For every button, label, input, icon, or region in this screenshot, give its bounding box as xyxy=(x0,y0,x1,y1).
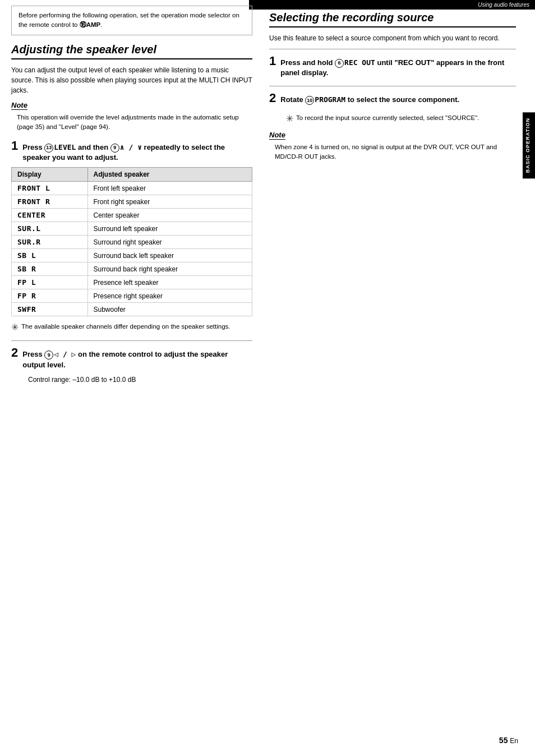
top-note-text: Before performing the following operatio… xyxy=(19,12,239,28)
table-cell-display: FRONT L xyxy=(12,182,88,195)
table-row: SWFRSubwoofer xyxy=(12,303,252,316)
table-cell-display: FP L xyxy=(12,276,88,289)
table-row: FRONT LFront left speaker xyxy=(12,182,252,195)
top-note-bold: ⑯AMP xyxy=(80,21,101,28)
step-2: 2 Press 9◁ / ▷ on the remote control to … xyxy=(11,347,252,384)
right-step-2: 2 Rotate 10PROGRAM to select the source … xyxy=(269,92,516,105)
table-cell-speaker: Front left speaker xyxy=(87,182,252,195)
circled-13: 13 xyxy=(44,144,53,153)
table-row: FP RPresence right speaker xyxy=(12,289,252,303)
table-cell-display: SWFR xyxy=(12,303,88,316)
step-1: 1 Press 13LEVEL and then 9∧ / ∨ repeated… xyxy=(11,140,252,333)
left-section-title: Adjusting the speaker level xyxy=(11,43,252,59)
section-header-text: Using audio features xyxy=(478,2,529,8)
table-col-speaker: Adjusted speaker xyxy=(87,168,252,182)
step-1-num: 1 xyxy=(11,140,18,152)
table-cell-display: FRONT R xyxy=(12,195,88,209)
circled-9a: 9 xyxy=(110,144,119,153)
table-cell-speaker: Surround right speaker xyxy=(87,236,252,249)
table-cell-display: FP R xyxy=(12,289,88,303)
lr-symbol: ◁ / ▷ xyxy=(54,350,76,358)
left-section-desc: You can adjust the output level of each … xyxy=(11,65,252,95)
note-content: This operation will override the level a… xyxy=(11,113,252,132)
table-cell-speaker: Surround left speaker xyxy=(87,222,252,236)
tip-text-1: The available speaker channels differ de… xyxy=(21,322,230,331)
right-note-content: When zone 4 is turned on, no signal is o… xyxy=(269,142,516,162)
table-cell-display: SUR.R xyxy=(12,236,88,249)
right-step-2-text: Rotate 10PROGRAM to select the source co… xyxy=(280,95,459,105)
table-col-display: Display xyxy=(12,168,88,182)
note-block: Note This operation will override the le… xyxy=(11,101,252,132)
table-cell-speaker: Center speaker xyxy=(87,209,252,222)
right-column: Selecting the recording source Use this … xyxy=(269,11,516,169)
page-num: 55 xyxy=(499,736,508,745)
right-section-title: Selecting the recording source xyxy=(269,11,516,27)
sidebar-label: BASIC OPERATION xyxy=(525,118,531,173)
right-section-desc: Use this feature to select a source comp… xyxy=(269,33,516,43)
level-kbd: LEVEL xyxy=(54,143,76,151)
speaker-table-body: FRONT LFront left speakerFRONT RFront ri… xyxy=(12,182,252,316)
page-en: En xyxy=(510,737,518,745)
table-cell-speaker: Surround back left speaker xyxy=(87,249,252,262)
table-cell-speaker: Presence right speaker xyxy=(87,289,252,303)
table-cell-speaker: Front right speaker xyxy=(87,195,252,209)
divider-1 xyxy=(11,340,252,341)
right-step-2-header: 2 Rotate 10PROGRAM to select the source … xyxy=(269,92,516,105)
right-step-1: 1 Press and hold 6REC OUT until "REC OUT… xyxy=(269,55,516,78)
table-cell-display: SB R xyxy=(12,262,88,276)
tip-icon-right: ✳ xyxy=(286,113,293,124)
table-cell-speaker: Surround back right speaker xyxy=(87,262,252,276)
table-row: CENTERCenter speaker xyxy=(12,209,252,222)
divider-right-2 xyxy=(269,86,516,86)
top-note-end: . xyxy=(100,21,102,28)
left-column: Before performing the following operatio… xyxy=(11,6,252,393)
page-container: Using audio features BASIC OPERATION Bef… xyxy=(0,0,535,756)
program-kbd: PROGRAM xyxy=(315,95,345,104)
speaker-table: Display Adjusted speaker FRONT LFront le… xyxy=(11,167,252,316)
page-number: 55 En xyxy=(499,736,518,745)
table-cell-display: CENTER xyxy=(12,209,88,222)
right-step-1-text: Press and hold 6REC OUT until "REC OUT" … xyxy=(280,58,516,78)
table-cell-display: SUR.L xyxy=(12,222,88,236)
right-step-1-header: 1 Press and hold 6REC OUT until "REC OUT… xyxy=(269,55,516,78)
right-step-2-num: 2 xyxy=(269,92,276,104)
circled-9b: 9 xyxy=(44,351,53,359)
note-label: Note xyxy=(11,101,27,110)
tip-text-right: To record the input source currently sel… xyxy=(296,113,479,123)
right-note-block: Note When zone 4 is turned on, no signal… xyxy=(269,131,516,162)
circled-10: 10 xyxy=(305,96,314,105)
circled-6: 6 xyxy=(335,59,344,68)
step-1-header: 1 Press 13LEVEL and then 9∧ / ∨ repeated… xyxy=(11,140,252,163)
table-row: SB LSurround back left speaker xyxy=(12,249,252,262)
table-cell-display: SB L xyxy=(12,249,88,262)
right-note-label: Note xyxy=(269,131,285,140)
step-2-body: Control range: –10.0 dB to +10.0 dB xyxy=(28,375,252,385)
table-row: FRONT RFront right speaker xyxy=(12,195,252,209)
rec-out-kbd: REC OUT xyxy=(344,58,375,67)
table-row: SB RSurround back right speaker xyxy=(12,262,252,276)
table-cell-speaker: Subwoofer xyxy=(87,303,252,316)
step-2-text: Press 9◁ / ▷ on the remote control to ad… xyxy=(22,349,252,370)
table-row: SUR.LSurround left speaker xyxy=(12,222,252,236)
step-2-header: 2 Press 9◁ / ▷ on the remote control to … xyxy=(11,347,252,370)
arrow-symbol: ∧ / ∨ xyxy=(120,143,142,151)
tip-icon-1: ✳ xyxy=(11,322,19,333)
section-header: Using audio features xyxy=(249,0,535,10)
sidebar-tab: BASIC OPERATION xyxy=(523,112,535,178)
tip-line-1: ✳ The available speaker channels differ … xyxy=(11,322,252,333)
tip-line-right: ✳ To record the input source currently s… xyxy=(286,113,516,124)
divider-right-1 xyxy=(269,49,516,49)
step-2-num: 2 xyxy=(11,347,18,359)
table-row: SUR.RSurround right speaker xyxy=(12,236,252,249)
table-row: FP LPresence left speaker xyxy=(12,276,252,289)
table-cell-speaker: Presence left speaker xyxy=(87,276,252,289)
step-1-text: Press 13LEVEL and then 9∧ / ∨ repeatedly… xyxy=(22,142,252,163)
top-note-box: Before performing the following operatio… xyxy=(11,6,252,35)
right-step-1-num: 1 xyxy=(269,55,276,67)
